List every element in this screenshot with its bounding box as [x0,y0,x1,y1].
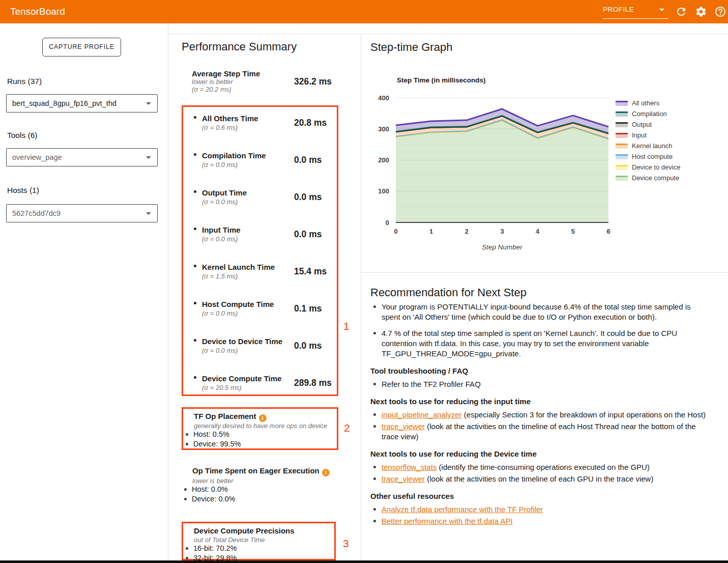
svg-text:100: 100 [378,187,389,195]
list-item: 16-bit: 70.2% [193,544,237,552]
metric-sigma: (σ = 0.0 ms) [202,347,282,354]
bullet-icon [373,425,376,428]
svg-text:400: 400 [378,94,389,102]
metric-sigma: (σ = 0.0 ms) [202,235,241,243]
legend-label: Compilation [632,110,667,118]
dashboard-select-value: PROFILE [603,6,634,13]
card-divider [361,272,728,273]
svg-text:0: 0 [394,228,397,235]
hosts-select[interactable]: 5627c5dd7dc9 [6,204,158,222]
bullet-icon [186,557,188,559]
svg-text:0: 0 [386,219,389,227]
metric-label: Host Compute Time [202,300,274,308]
info-icon[interactable]: i [259,414,267,422]
legend-label: Kernel launch [632,142,673,150]
tool-suggestion: tensorflow_stats (identify the time-cons… [382,462,710,472]
tensorflow-stats-link[interactable]: tensorflow_stats [382,463,436,471]
legend-swatch [616,133,628,138]
legend-label: Input [632,131,647,139]
chart-x-axis-title: Step Number [451,243,553,251]
tools-select[interactable]: overview_page [6,148,158,166]
chevron-down-icon [146,102,151,105]
annotation-label-1: 1 [343,320,350,332]
legend-swatch [616,165,628,170]
eager-title: Op Time Spent on Eager Execution [192,466,319,475]
tfdata-profiler-link[interactable]: Analyze tf.data performance with the TF … [382,505,543,514]
legend-swatch [616,154,628,159]
svg-text:200: 200 [378,156,389,164]
svg-text:4: 4 [536,228,540,235]
bullet-icon [373,383,376,385]
tensorboard-profile-page: TensorBoard PROFILE CAPTURE PROFILE Runs… [0,0,728,563]
precisions-title: Device Compute Precisions [194,526,295,535]
info-icon[interactable]: i [322,469,330,476]
runs-select-value: bert_squad_8gpu_fp16_pvt_thd [12,95,117,112]
legend-swatch [616,122,628,127]
resource-link-item: Analyze tf.data performance with the TF … [382,504,710,515]
column-divider [361,34,361,563]
metric-value: 0.0 ms [294,192,322,203]
legend-row: Kernel launch [616,140,680,151]
bullet-icon [194,302,196,304]
bullet-icon [194,376,196,379]
step-time-graph-title: Step-time Graph [370,41,452,54]
tf-op-placement-subtitle: generally desired to have more ops on de… [194,422,327,430]
average-step-time-sigma: (σ = 20.2 ms) [192,86,294,93]
hosts-label: Hosts (1) [7,186,39,195]
bullet-icon [184,498,187,500]
hosts-select-value: 5627c5dd7dc9 [12,205,61,222]
tfdata-api-link[interactable]: Better performance with the tf.data API [382,517,513,525]
runs-label: Runs (37) [7,77,42,86]
bullet-icon [373,332,376,334]
legend-row: Host compute [616,151,680,162]
metric-sigma: (σ = 1.5 ms) [202,272,275,280]
annotation-box-1: All Others Time(σ = 0.6 ms)20.8 ms Compi… [182,105,338,396]
legend-row: Compilation [616,108,680,119]
bullet-icon [186,547,188,550]
select-underline [603,18,668,19]
bullet-icon [194,190,196,193]
bullet-icon [186,443,188,445]
settings-gear-icon[interactable] [695,6,707,18]
annotation-label-3: 3 [343,538,349,550]
recommendation-bullet: Your program is POTENTIALLY input-bound … [382,302,710,322]
input-pipeline-analyzer-link[interactable]: input_pipeline_analyzer [382,410,462,419]
bullet-icon [194,116,196,119]
list-item: Device: 0.0% [192,495,235,503]
metric-value: 0.0 ms [294,155,322,165]
runs-select[interactable]: bert_squad_8gpu_fp16_pvt_thd [6,94,158,112]
chevron-down-icon [146,212,151,215]
faq-heading: Tool troubleshooting / FAQ [370,366,710,376]
bullet-icon [186,433,188,436]
metric-label: Output Time [202,188,247,197]
help-icon[interactable] [714,6,726,18]
bullet-icon [373,477,376,480]
average-step-time-value: 326.2 ms [294,76,332,87]
bullet-icon [194,153,196,156]
trace-viewer-link[interactable]: trace_viewer [382,422,425,431]
bullet-icon [373,466,376,468]
performance-summary-title: Performance Summary [182,40,297,53]
input-tools-heading: Next tools to use for reducing the input… [370,397,710,407]
svg-text:1: 1 [429,228,433,235]
legend-swatch [616,176,628,181]
metric-sigma: (σ = 0.6 ms) [202,124,258,131]
bullet-icon [184,488,187,491]
precisions-subtitle: out of Total Device Time [194,536,265,544]
bullet-icon [373,520,376,522]
list-item: Device: 99.5% [193,440,241,448]
other-resources-heading: Other useful resources [370,491,710,501]
dashboard-select[interactable]: PROFILE [603,4,668,19]
trace-viewer-link[interactable]: trace_viewer [382,474,425,483]
sidebar-divider [168,23,168,563]
metric-value: 289.8 ms [294,378,332,388]
legend-label: Device compute [632,174,679,182]
window-bottom-edge [0,560,728,563]
average-step-time-sub: lower is better [192,78,294,86]
metric-label: Compilation Time [202,151,266,160]
metric-label: Kernel Launch Time [202,263,275,271]
recommendation-bullet: 4.7 % of the total step time sampled is … [382,328,710,359]
capture-profile-button[interactable]: CAPTURE PROFILE [42,38,121,57]
refresh-icon[interactable] [675,6,687,18]
chart-title: Step Time (in milliseconds) [397,76,486,84]
